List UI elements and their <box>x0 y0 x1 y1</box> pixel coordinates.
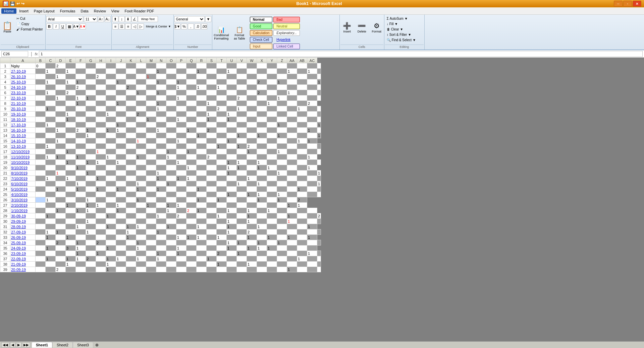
data-cell[interactable] <box>116 197 126 203</box>
data-cell[interactable] <box>146 106 156 112</box>
quick-access-redo[interactable]: ↪ <box>21 1 24 6</box>
data-cell[interactable] <box>146 262 156 267</box>
date-cell[interactable]: 26-09-19 <box>10 235 36 240</box>
data-cell[interactable] <box>247 187 257 192</box>
data-cell[interactable] <box>207 197 217 203</box>
data-cell[interactable] <box>146 165 156 170</box>
data-cell[interactable] <box>106 165 116 170</box>
data-cell[interactable]: 1 <box>176 85 186 90</box>
data-cell[interactable] <box>176 128 186 133</box>
data-cell[interactable] <box>36 213 46 219</box>
data-cell[interactable] <box>257 101 267 106</box>
data-cell[interactable] <box>36 112 46 117</box>
data-cell[interactable] <box>176 192 186 197</box>
data-cell[interactable]: 1 <box>106 224 116 229</box>
data-cell[interactable] <box>146 160 156 165</box>
date-cell[interactable]: 1/10/2019 <box>10 208 36 213</box>
data-cell[interactable] <box>176 181 186 187</box>
data-cell[interactable] <box>307 267 317 272</box>
data-cell[interactable]: 1 <box>217 262 227 267</box>
data-cell[interactable]: 1 <box>66 262 76 267</box>
data-cell[interactable] <box>317 267 321 272</box>
data-cell[interactable] <box>76 133 86 138</box>
data-cell[interactable]: 1 <box>156 176 166 181</box>
data-cell[interactable] <box>76 122 86 128</box>
data-cell[interactable] <box>297 160 307 165</box>
data-cell[interactable] <box>126 267 136 272</box>
data-cell[interactable] <box>237 154 247 160</box>
data-cell[interactable]: 1 <box>267 208 277 213</box>
data-cell[interactable] <box>116 112 126 117</box>
data-cell[interactable] <box>267 160 277 165</box>
data-cell[interactable]: 1 <box>86 219 96 224</box>
data-cell[interactable] <box>297 128 307 133</box>
data-cell[interactable] <box>176 267 186 272</box>
data-cell[interactable] <box>146 79 156 85</box>
data-cell[interactable] <box>207 267 217 272</box>
data-cell[interactable]: 1 <box>257 165 267 170</box>
data-cell[interactable] <box>307 208 317 213</box>
data-cell[interactable] <box>146 69 156 74</box>
data-cell[interactable] <box>106 192 116 197</box>
data-cell[interactable] <box>287 262 297 267</box>
data-cell[interactable] <box>176 112 186 117</box>
data-cell[interactable] <box>176 101 186 106</box>
data-cell[interactable] <box>76 144 86 149</box>
data-cell[interactable] <box>287 101 297 106</box>
data-cell[interactable] <box>136 122 146 128</box>
data-cell[interactable]: 1 <box>76 181 86 187</box>
data-cell[interactable] <box>267 213 277 219</box>
row-header-26[interactable]: 26 <box>0 197 10 203</box>
data-cell[interactable] <box>156 85 166 90</box>
data-cell[interactable]: 2 <box>217 251 227 256</box>
row-header-14[interactable]: 14 <box>0 133 10 138</box>
data-cell[interactable] <box>56 79 66 85</box>
data-cell[interactable] <box>317 262 321 267</box>
data-cell[interactable] <box>136 213 146 219</box>
data-cell[interactable] <box>96 101 106 106</box>
data-cell[interactable] <box>36 160 46 165</box>
row-header-2[interactable]: 2 <box>0 69 10 74</box>
data-cell[interactable] <box>277 106 287 112</box>
date-cell[interactable]: 18-10-19 <box>10 117 36 122</box>
data-cell[interactable] <box>86 101 96 106</box>
data-cell[interactable] <box>197 240 207 246</box>
data-cell[interactable]: 1 <box>176 176 186 181</box>
data-cell[interactable] <box>217 112 227 117</box>
data-cell[interactable] <box>207 63 217 69</box>
data-cell[interactable]: 1 <box>156 79 166 85</box>
data-cell[interactable] <box>76 170 86 176</box>
data-cell[interactable] <box>66 229 76 235</box>
data-cell[interactable] <box>227 262 237 267</box>
data-cell[interactable] <box>56 262 66 267</box>
data-cell[interactable] <box>36 117 46 122</box>
angle-text-button[interactable]: ∠ <box>131 16 138 22</box>
data-cell[interactable]: 1 <box>136 224 146 229</box>
data-cell[interactable]: 1 <box>96 187 106 192</box>
data-cell[interactable] <box>36 240 46 246</box>
data-cell[interactable] <box>136 133 146 138</box>
row-header-35[interactable]: 35 <box>0 246 10 251</box>
data-cell[interactable]: 1 <box>56 187 66 192</box>
data-cell[interactable]: 1 <box>227 112 237 117</box>
data-cell[interactable]: 1 <box>86 197 96 203</box>
data-cell[interactable] <box>96 122 106 128</box>
data-cell[interactable] <box>287 74 297 79</box>
data-cell[interactable] <box>86 117 96 122</box>
data-cell[interactable] <box>126 176 136 181</box>
data-cell[interactable] <box>207 133 217 138</box>
data-cell[interactable] <box>166 187 176 192</box>
data-cell[interactable] <box>217 176 227 181</box>
data-cell[interactable] <box>126 160 136 165</box>
data-cell[interactable]: 1 <box>247 208 257 213</box>
date-cell[interactable]: 16-10-19 <box>10 128 36 133</box>
data-cell[interactable] <box>146 95 156 101</box>
row-header-20[interactable]: 20 <box>0 165 10 170</box>
data-cell[interactable] <box>186 197 197 203</box>
wrap-text-button[interactable]: Wrap Text <box>138 16 158 22</box>
data-cell[interactable] <box>287 133 297 138</box>
data-cell[interactable] <box>287 256 297 262</box>
data-cell[interactable] <box>116 181 126 187</box>
cut-button[interactable]: ✂ Cut <box>15 16 45 21</box>
data-cell[interactable]: 1 <box>166 181 176 187</box>
